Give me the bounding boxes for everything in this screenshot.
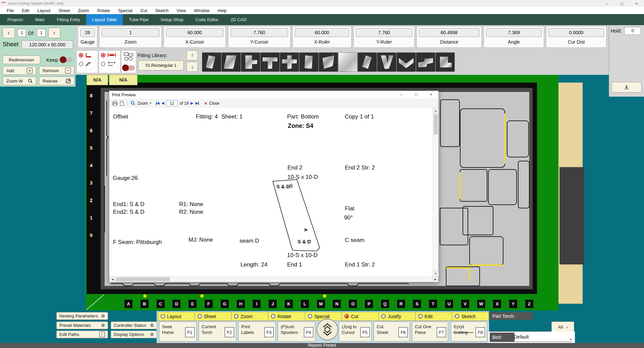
fitting-tile-vee-duct[interactable] <box>396 52 416 72</box>
dimension-plain-option[interactable] <box>99 59 120 68</box>
edit-paths-button[interactable]: Edit Paths ∕ <box>56 331 108 338</box>
menu-item-sheet[interactable]: Sheet <box>54 8 74 13</box>
last-page-button[interactable]: ▶ <box>196 101 199 105</box>
fitting-tile-tee-duct[interactable] <box>260 52 280 72</box>
sheet-size-field[interactable]: 120.000 x 60.000 <box>21 40 73 49</box>
readout-value[interactable]: 60.000 <box>295 28 349 37</box>
mode-sketch[interactable]: Sketch <box>452 312 489 320</box>
print-preview-titlebar[interactable]: Print Preview – □ × <box>109 91 438 99</box>
page-number-field[interactable]: 12 <box>166 100 178 106</box>
menu-item-edit[interactable]: Edit <box>18 8 33 13</box>
controller-status-button[interactable]: Controller Status ⚙ <box>111 321 157 329</box>
readout-value[interactable]: 26 <box>80 28 95 37</box>
fkey-f2-button[interactable]: CurrentTorchF2 <box>199 321 236 342</box>
fkey-f3-button[interactable]: PrintLabelsF3 <box>238 321 276 342</box>
readout-value[interactable]: 0.0000 <box>548 28 604 37</box>
fitting-tile-ogee-duct[interactable] <box>416 52 435 72</box>
fitting-tile-angle-duct[interactable] <box>358 52 377 72</box>
remove-button[interactable]: Remove − <box>39 66 74 75</box>
tab-main[interactable]: Main <box>29 14 51 25</box>
fitting-tile-wye-duct[interactable] <box>377 52 396 72</box>
fkey-f6-button[interactable]: CutSheetF6 <box>374 321 410 342</box>
readout-value[interactable]: 1 <box>102 28 159 37</box>
readout-value[interactable]: 7.760 <box>356 28 412 37</box>
fitting-down-button[interactable]: ↓ <box>186 62 198 72</box>
fitting-tile-elbow-duct[interactable] <box>435 52 455 72</box>
fitting-up-button[interactable]: ↑ <box>186 50 198 60</box>
readout-value[interactable]: 7.760 <box>230 28 288 37</box>
mode-sheet[interactable]: Sheet <box>195 312 232 320</box>
menu-item-special[interactable]: Special <box>114 8 137 13</box>
add-button[interactable]: Add + <box>3 66 36 75</box>
drop-to-table-button[interactable] <box>611 82 642 93</box>
dialog-minimize-button[interactable]: – <box>394 91 409 98</box>
all-torches-button[interactable]: All › <box>551 321 574 332</box>
fitting-tile-offset-duct[interactable] <box>202 52 221 72</box>
readout-value[interactable]: 60.000 <box>166 28 223 37</box>
menu-item-cut[interactable]: Cut <box>137 8 151 13</box>
window-close-button[interactable]: × <box>629 0 644 7</box>
window-minimize-button[interactable]: – <box>600 0 614 7</box>
window-maximize-button[interactable]: □ <box>614 0 629 7</box>
dialog-close-button[interactable]: × <box>424 91 438 98</box>
readout-value[interactable]: 7.369 <box>486 28 542 37</box>
fkey-f7-button[interactable]: Cut OnePieceF7 <box>412 321 448 342</box>
menu-item-rotate[interactable]: Rotate <box>93 8 114 13</box>
print-preview-dialog[interactable]: Print Preview – □ × Zoom ▾ ◀ ◀ 12 of 19 … <box>109 91 439 282</box>
scroll-up-button[interactable]: ▲ <box>433 108 439 114</box>
zoom-icon[interactable] <box>130 101 136 106</box>
scroll-left-button[interactable]: ◀ <box>109 276 115 282</box>
print-icon[interactable] <box>112 101 118 106</box>
first-page-button[interactable]: ◀ <box>156 101 159 105</box>
mode-cut[interactable]: Cut <box>342 312 379 320</box>
close-preview-label[interactable]: Close <box>209 101 219 106</box>
fkey-f8-button[interactable]: E(x)itCuttingF8 <box>451 321 487 342</box>
redimension-button[interactable]: Redimension <box>3 55 40 64</box>
shapes-icon[interactable] <box>124 52 134 61</box>
bed-select[interactable]: Default ▾ <box>514 333 573 342</box>
mode-justify[interactable]: Justify <box>379 312 416 320</box>
snap-ruler-option[interactable] <box>77 51 98 59</box>
menu-item-zoom[interactable]: Zoom <box>74 8 93 13</box>
fitting-tile-blank-plate[interactable] <box>338 52 358 72</box>
mode-edit[interactable]: Edit <box>416 312 452 320</box>
menu-item-window[interactable]: Window <box>190 8 214 13</box>
sheet-total-field[interactable]: 1 <box>37 29 46 37</box>
close-x-icon[interactable]: × <box>204 101 207 106</box>
menu-item-view[interactable]: View <box>173 8 190 13</box>
sheet-next-button[interactable]: › <box>48 28 60 38</box>
menu-item-sketch[interactable]: Sketch <box>151 8 173 13</box>
menu-item-file[interactable]: File <box>3 8 18 13</box>
snap-protractor-option[interactable] <box>77 59 98 68</box>
tab-setup-shop[interactable]: Setup Shop <box>155 14 190 25</box>
dialog-maximize-button[interactable]: □ <box>409 91 424 98</box>
fitting-tile-transition-duct[interactable] <box>221 52 241 72</box>
prev-page-button[interactable]: ◀ <box>161 101 164 105</box>
fitting-toggle[interactable] <box>123 65 135 70</box>
sheet-prev-button[interactable]: ‹ <box>3 28 15 38</box>
fitting-library-select[interactable]: 01-Rectangular 1 <box>138 60 184 70</box>
mode-zoom[interactable]: Zoom <box>231 312 268 320</box>
redraw-button[interactable]: Redraw <box>39 77 74 85</box>
mode-rotate[interactable]: Rotate <box>268 312 305 320</box>
scroll-right-button[interactable]: ▶ <box>432 276 438 282</box>
menu-item-layout[interactable]: Layout <box>33 8 54 13</box>
tab-2d-cad[interactable]: 2D CAD <box>224 14 253 25</box>
hold-value-field[interactable]: 0 <box>624 27 641 35</box>
sheet-page-field[interactable]: 1 <box>17 29 26 37</box>
keep-toggle[interactable] <box>60 57 72 62</box>
tab-layout-table[interactable]: Layout Table <box>86 14 123 25</box>
readout-value[interactable]: 60.4998 <box>419 28 479 37</box>
fkey-f1-button[interactable]: SeekHomeF1 <box>159 321 197 342</box>
horizontal-scrollbar[interactable]: ◀ ▶ <box>109 276 438 282</box>
tab-fitting-entry[interactable]: Fitting Entry <box>51 14 86 25</box>
display-options-button[interactable]: Display Options ⚙ <box>111 331 157 338</box>
fitting-tile-straight-duct[interactable] <box>299 52 319 72</box>
zoom-window-button[interactable]: Zoom W <box>3 77 36 85</box>
tab-tube-pipe[interactable]: Tube Pipe <box>123 14 155 25</box>
zoom-tool-label[interactable]: Zoom <box>138 101 148 106</box>
next-page-button[interactable]: ▶ <box>191 101 193 105</box>
fitting-tile-cross-duct[interactable] <box>280 52 299 72</box>
tab-projects[interactable]: Projects <box>1 14 29 25</box>
menu-item-help[interactable]: Help <box>214 8 231 13</box>
